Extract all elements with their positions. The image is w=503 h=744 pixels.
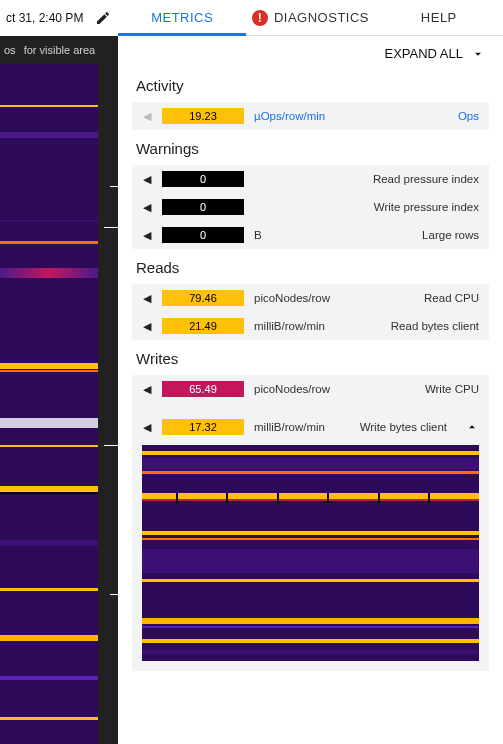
metric-bar: 0 [162, 199, 244, 215]
left-sub-bar: os for visible area [0, 36, 118, 64]
write-bytes-heatmap[interactable] [142, 445, 479, 661]
expand-tri-icon[interactable]: ◀ [142, 201, 152, 214]
expand-tri-icon[interactable]: ◀ [142, 110, 152, 123]
metric-bar: 79.46 [162, 290, 244, 306]
metric-unit: B [254, 229, 262, 241]
tab-bar: METRICS ! DIAGNOSTICS HELP [118, 0, 503, 36]
expand-tri-icon[interactable]: ◀ [142, 383, 152, 396]
metric-label: Read CPU [424, 292, 479, 304]
section-title-warnings: Warnings [132, 130, 489, 165]
metric-row: ◀ 65.49 picoNodes/row Write CPU [132, 375, 489, 403]
left-gutter [98, 64, 118, 744]
right-panel: METRICS ! DIAGNOSTICS HELP EXPAND ALL Ac… [118, 0, 503, 744]
metric-row: ◀ 0 Write pressure index [132, 193, 489, 221]
left-sub-second: for visible area [24, 44, 96, 56]
metric-bar: 19.23 [162, 108, 244, 124]
metric-unit: milliB/row/min [254, 320, 325, 332]
chevron-down-icon [471, 47, 485, 61]
tab-metrics[interactable]: METRICS [118, 0, 246, 35]
tab-diagnostics[interactable]: ! DIAGNOSTICS [246, 0, 374, 35]
metric-bar: 65.49 [162, 381, 244, 397]
metric-label: Read pressure index [373, 173, 479, 185]
expand-all-button[interactable]: EXPAND ALL [118, 36, 503, 67]
expand-tri-icon[interactable]: ◀ [142, 320, 152, 333]
left-sub-first: os [4, 44, 16, 56]
section-title-writes: Writes [132, 340, 489, 375]
metric-row: ◀ 19.23 µOps/row/min Ops [132, 102, 489, 130]
metric-label: Write bytes client [360, 421, 447, 433]
metric-row: ◀ 0 B Large rows [132, 221, 489, 249]
left-heatmap[interactable] [0, 64, 98, 744]
edit-icon[interactable] [94, 9, 112, 27]
timestamp-label: ct 31, 2:40 PM [6, 11, 83, 25]
metric-row: ◀ 21.49 milliB/row/min Read bytes client [132, 312, 489, 340]
metric-row-expanded: ◀ 17.32 milliB/row/min Write bytes clien… [132, 413, 489, 441]
tab-help-label: HELP [421, 10, 457, 25]
section-title-reads: Reads [132, 249, 489, 284]
expand-all-label: EXPAND ALL [384, 46, 463, 61]
expand-tri-icon[interactable]: ◀ [142, 173, 152, 186]
metric-bar: 0 [162, 227, 244, 243]
activity-group: ◀ 19.23 µOps/row/min Ops [132, 102, 489, 130]
metric-unit[interactable]: µOps/row/min [254, 110, 325, 122]
metric-label[interactable]: Ops [458, 110, 479, 122]
metric-label: Write pressure index [374, 201, 479, 213]
left-top-bar: ct 31, 2:40 PM [0, 0, 118, 36]
metric-bar: 21.49 [162, 318, 244, 334]
chevron-up-icon[interactable] [465, 420, 479, 434]
metric-bar: 17.32 [162, 419, 244, 435]
section-title-activity: Activity [132, 67, 489, 102]
warnings-group: ◀ 0 Read pressure index ◀ 0 Write pressu… [132, 165, 489, 249]
writes-group: ◀ 65.49 picoNodes/row Write CPU ◀ 17.32 … [132, 375, 489, 671]
metric-row: ◀ 0 Read pressure index [132, 165, 489, 193]
expand-tri-icon[interactable]: ◀ [142, 292, 152, 305]
expand-tri-icon[interactable]: ◀ [142, 421, 152, 434]
tab-help[interactable]: HELP [375, 0, 503, 35]
reads-group: ◀ 79.46 picoNodes/row Read CPU ◀ 21.49 m… [132, 284, 489, 340]
expand-tri-icon[interactable]: ◀ [142, 229, 152, 242]
metric-unit: picoNodes/row [254, 383, 330, 395]
metric-unit: milliB/row/min [254, 421, 325, 433]
metric-bar: 0 [162, 171, 244, 187]
metrics-content: Activity ◀ 19.23 µOps/row/min Ops Warnin… [118, 67, 503, 671]
alert-icon: ! [252, 10, 268, 26]
tab-diagnostics-label: DIAGNOSTICS [274, 10, 369, 25]
metric-unit: picoNodes/row [254, 292, 330, 304]
metric-row: ◀ 79.46 picoNodes/row Read CPU [132, 284, 489, 312]
metric-label: Write CPU [425, 383, 479, 395]
metric-label: Large rows [422, 229, 479, 241]
tab-metrics-label: METRICS [151, 10, 213, 25]
metric-label: Read bytes client [391, 320, 479, 332]
left-panel: ct 31, 2:40 PM os for visible area [0, 0, 118, 744]
